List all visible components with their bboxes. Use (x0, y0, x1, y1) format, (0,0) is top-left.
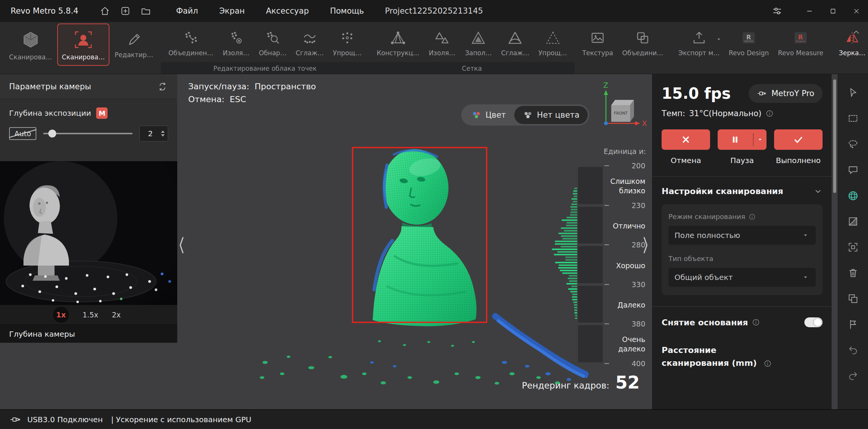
exposure-stepper[interactable] (161, 131, 165, 137)
chevron-down-icon[interactable] (813, 187, 823, 196)
scan-distance-info-icon[interactable] (763, 359, 772, 368)
menu-help[interactable]: Помощь (330, 6, 364, 16)
auto-exposure-button[interactable]: Auto (9, 127, 36, 140)
panel-scrollbar[interactable] (832, 74, 837, 409)
ribbon-collapse-icon[interactable] (851, 27, 861, 37)
crop-box-button[interactable] (845, 238, 862, 256)
menu-screen[interactable]: Экран (219, 6, 245, 16)
device-name: MetroY Pro (771, 89, 814, 98)
redo-button[interactable] (845, 367, 862, 384)
pc-detect-ribbon-button[interactable]: Обнар… (255, 24, 290, 62)
merge-mesh-ribbon-button[interactable]: Объедини… (618, 24, 667, 62)
comment-button[interactable] (845, 161, 862, 179)
r-measure-ribbon-button[interactable]: RMeasureRevo Measure (774, 24, 827, 62)
base-removal-toggle[interactable] (804, 317, 823, 327)
minimize-button[interactable] (798, 0, 821, 22)
mesh-smooth-ribbon-button[interactable]: Сглаж… (497, 24, 533, 62)
scan-cube-icon (20, 29, 41, 51)
export-ribbon-button[interactable]: Экспорт м… (674, 24, 723, 62)
exposure-value: 2 (140, 129, 161, 138)
mesh-build-ribbon-button[interactable]: Конструкц… (373, 24, 423, 62)
fps-value: 15.0 fps (662, 85, 731, 102)
trash-button[interactable] (845, 264, 862, 281)
rect-select-button[interactable] (845, 110, 862, 127)
texture-ribbon-button[interactable]: Текстура (578, 24, 617, 62)
scan-cube-ribbon-button[interactable]: Сканирова… (5, 23, 56, 66)
dropdown-caret-icon[interactable] (715, 36, 723, 43)
pause-dropdown-icon[interactable] (754, 136, 767, 143)
lasso-select-icon (847, 138, 859, 150)
duplicate-button[interactable] (845, 290, 862, 307)
scan-bust-ribbon-button[interactable]: Сканирова… (57, 23, 109, 66)
distance-scale-zone-label: Слишком близко (604, 177, 645, 196)
lasso-select-button[interactable] (845, 135, 862, 153)
ribbon-group-label: Сетка (369, 62, 575, 74)
camera-depth-preview (0, 161, 177, 305)
sphere-view-button[interactable] (845, 187, 862, 204)
pc-smooth-ribbon-button[interactable]: Сглаж… (292, 24, 328, 62)
mesh-simplify-ribbon-button[interactable]: Упрощ… (535, 24, 571, 62)
pc-simplify-ribbon-button[interactable]: Упрощ… (329, 24, 365, 62)
temp-info-icon[interactable] (765, 109, 774, 118)
pc-merge-ribbon-button[interactable]: Объединен… (165, 24, 217, 62)
scan-mode-info-icon[interactable] (748, 213, 756, 221)
filter-settings-icon[interactable] (772, 6, 782, 16)
maximize-button[interactable] (821, 0, 845, 22)
r-design-ribbon-button[interactable]: RDESIGNRevo Design (725, 24, 773, 62)
ribbon-group-label (831, 62, 868, 74)
cancel-button[interactable] (662, 129, 710, 150)
exposure-value-input[interactable]: 2 (139, 126, 168, 141)
app-title: Revo Metro 5.8.4 (11, 6, 78, 16)
render-frames-value: 52 (615, 372, 640, 393)
manual-mode-badge[interactable]: M (96, 107, 108, 119)
object-type-label: Тип объекта (668, 255, 713, 263)
ribbon-button-label: Сглаж… (296, 49, 324, 57)
new-project-icon[interactable] (120, 6, 131, 16)
device-button[interactable]: MetroY Pro (749, 84, 823, 103)
rect-select-icon (847, 113, 859, 124)
menu-file[interactable]: Файл (176, 6, 198, 16)
hint-label: Запуск/пауза: (188, 82, 249, 91)
ribbon-button-label: Изоля… (429, 49, 455, 57)
mesh-fill-ribbon-button[interactable]: Запол… (461, 24, 496, 62)
scan-mode-select[interactable]: Поле полностью (668, 226, 816, 245)
gray-dots-icon (523, 110, 533, 120)
camera-panel-header: Параметры камеры (0, 74, 177, 99)
done-button[interactable] (774, 129, 823, 150)
undo-button[interactable] (845, 341, 862, 359)
exposure-slider-thumb[interactable] (48, 130, 56, 138)
select-cursor-button[interactable] (845, 84, 862, 101)
home-icon[interactable] (100, 6, 110, 16)
mesh-isolate-ribbon-button[interactable]: Изоля… (425, 24, 459, 62)
zoom-2x-button[interactable]: 2x (112, 311, 120, 319)
pause-button[interactable] (718, 129, 766, 150)
mesh-isolate-icon (434, 29, 450, 47)
menu-accessory[interactable]: Аксессуар (266, 6, 309, 16)
ribbon-group: Зерка… (831, 22, 868, 74)
svg-text:Measure: Measure (796, 40, 805, 42)
pause-label: Пауза (718, 156, 766, 165)
scan-status-panel: 15.0 fps MetroY Pro Темп: 31°C(Нормально… (652, 74, 832, 409)
object-type-select[interactable]: Общий объект (668, 268, 816, 287)
expand-right-panel-handle[interactable] (641, 233, 650, 257)
pc-isolate-ribbon-button[interactable]: Изоля… (219, 24, 253, 62)
exposure-slider[interactable] (43, 133, 133, 134)
collapse-left-panel-handle[interactable] (177, 233, 186, 257)
distance-scale-tick-label: 400 (604, 359, 645, 368)
flag-marker-button[interactable] (845, 316, 862, 333)
color-off-option[interactable]: Нет цвета (514, 106, 588, 124)
zoom-1x-button[interactable]: 1x (53, 307, 69, 323)
open-folder-icon[interactable] (141, 6, 151, 16)
plane-cut-button[interactable] (845, 213, 862, 230)
pen-ribbon-button[interactable]: Редактир… (111, 26, 157, 64)
zoom-1-5x-button[interactable]: 1.5x (83, 311, 98, 319)
color-on-option[interactable]: Цвет (463, 106, 514, 124)
toggle-knob (814, 319, 821, 326)
distance-scale-tick-label: 380 (604, 319, 645, 329)
flip-view-icon[interactable] (157, 81, 168, 92)
close-button[interactable] (845, 0, 868, 22)
base-removal-info-icon[interactable] (752, 318, 760, 326)
scrollbar-thumb[interactable] (833, 79, 836, 193)
pc-merge-icon (183, 29, 198, 47)
scan-settings-header[interactable]: Настройки сканирования (662, 187, 823, 196)
